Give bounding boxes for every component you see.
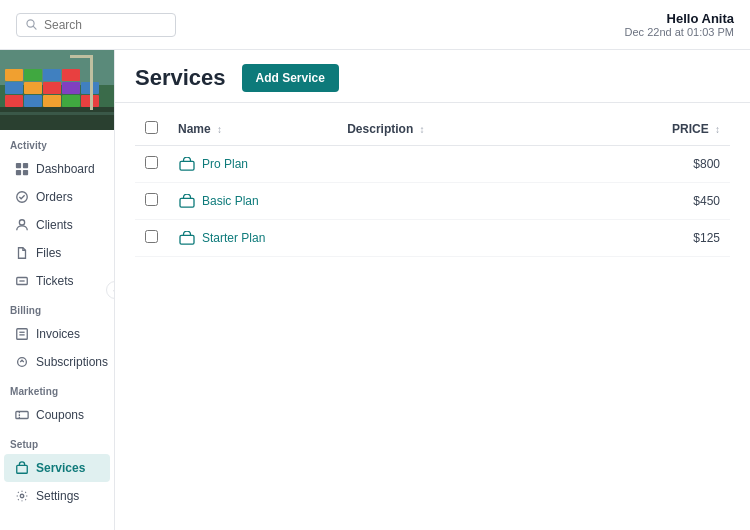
service-row-icon <box>178 231 196 245</box>
header-left <box>16 13 176 37</box>
search-box[interactable] <box>16 13 176 37</box>
row-description-cell <box>337 146 616 183</box>
sidebar-item-label-clients: Clients <box>36 218 73 232</box>
row-price-cell: $125 <box>616 220 730 257</box>
service-row-icon <box>178 157 196 171</box>
settings-icon <box>14 488 30 504</box>
svg-rect-15 <box>24 69 42 81</box>
svg-rect-21 <box>0 112 114 115</box>
row-checkbox-cell <box>135 183 168 220</box>
row-checkbox-2[interactable] <box>145 230 158 243</box>
table-row: Starter Plan $125 <box>135 220 730 257</box>
svg-rect-5 <box>24 95 42 107</box>
sidebar-item-settings[interactable]: Settings <box>4 482 110 510</box>
sidebar-item-label-coupons: Coupons <box>36 408 84 422</box>
svg-rect-40 <box>180 235 194 244</box>
row-name-cell: Pro Plan <box>168 146 337 183</box>
svg-rect-11 <box>43 82 61 94</box>
main-layout: ‹ Activity Dashboard Orders Clients <box>0 50 750 530</box>
row-price-cell: $800 <box>616 146 730 183</box>
sidebar-item-clients[interactable]: Clients <box>4 211 110 239</box>
tickets-icon <box>14 273 30 289</box>
table-row: Pro Plan $800 <box>135 146 730 183</box>
row-checkbox-1[interactable] <box>145 193 158 206</box>
user-name: Hello Anita <box>625 11 734 26</box>
sidebar-hero <box>0 50 114 130</box>
search-icon <box>25 18 38 31</box>
sidebar-section-marketing: Marketing Coupons <box>0 376 114 429</box>
svg-rect-12 <box>62 82 80 94</box>
header-right: Hello Anita Dec 22nd at 01:03 PM <box>625 11 734 38</box>
svg-rect-19 <box>90 55 93 110</box>
add-service-button[interactable]: Add Service <box>242 64 339 92</box>
row-description-cell <box>337 183 616 220</box>
row-name-cell: Starter Plan <box>168 220 337 257</box>
table-row: Basic Plan $450 <box>135 183 730 220</box>
column-header-description[interactable]: Description ↕ <box>337 113 616 146</box>
services-table: Name ↕ Description ↕ PRICE ↕ <box>135 113 730 257</box>
row-checkbox-0[interactable] <box>145 156 158 169</box>
row-price-cell: $450 <box>616 183 730 220</box>
sidebar-item-label-subscriptions: Subscriptions <box>36 355 108 369</box>
column-header-name[interactable]: Name ↕ <box>168 113 337 146</box>
sidebar-item-label-dashboard: Dashboard <box>36 162 95 176</box>
row-checkbox-cell <box>135 146 168 183</box>
services-table-container: Name ↕ Description ↕ PRICE ↕ <box>115 103 750 530</box>
content-header: Services Add Service <box>115 50 750 103</box>
sidebar-item-label-tickets: Tickets <box>36 274 74 288</box>
service-name-link-1[interactable]: Basic Plan <box>178 194 327 208</box>
sidebar-item-orders[interactable]: Orders <box>4 183 110 211</box>
svg-rect-6 <box>43 95 61 107</box>
svg-rect-9 <box>5 82 23 94</box>
svg-rect-16 <box>43 69 61 81</box>
sidebar-section-activity: Activity Dashboard Orders Clients <box>0 130 114 295</box>
sidebar-item-label-files: Files <box>36 246 61 260</box>
sidebar-item-files[interactable]: Files <box>4 239 110 267</box>
search-input[interactable] <box>44 18 164 32</box>
select-all-checkbox[interactable] <box>145 121 158 134</box>
svg-rect-14 <box>5 69 23 81</box>
svg-rect-7 <box>62 95 80 107</box>
sidebar-item-services[interactable]: Services <box>4 454 110 482</box>
svg-rect-39 <box>180 198 194 207</box>
svg-rect-25 <box>23 170 28 175</box>
sidebar-item-invoices[interactable]: Invoices <box>4 320 110 348</box>
page-title: Services <box>135 65 226 91</box>
user-date: Dec 22nd at 01:03 PM <box>625 26 734 38</box>
svg-rect-18 <box>0 107 114 130</box>
price-sort-icon: ↕ <box>715 124 720 135</box>
column-header-price[interactable]: PRICE ↕ <box>616 113 730 146</box>
sidebar-item-label-services: Services <box>36 461 85 475</box>
sidebar-item-dashboard[interactable]: Dashboard <box>4 155 110 183</box>
service-name-link-2[interactable]: Starter Plan <box>178 231 327 245</box>
section-label-billing: Billing <box>0 295 114 320</box>
svg-rect-24 <box>16 170 21 175</box>
invoices-icon <box>14 326 30 342</box>
hero-placeholder <box>0 50 114 130</box>
sidebar-item-label-invoices: Invoices <box>36 327 80 341</box>
subscriptions-icon <box>14 354 30 370</box>
app-header: Hello Anita Dec 22nd at 01:03 PM <box>0 0 750 50</box>
svg-rect-38 <box>180 161 194 170</box>
sidebar: ‹ Activity Dashboard Orders Clients <box>0 50 115 530</box>
files-icon <box>14 245 30 261</box>
sidebar-item-tickets[interactable]: Tickets <box>4 267 110 295</box>
sidebar-item-subscriptions[interactable]: Subscriptions <box>4 348 110 376</box>
services-icon <box>14 460 30 476</box>
main-content: Services Add Service Name ↕ Descri <box>115 50 750 530</box>
svg-rect-34 <box>16 412 28 419</box>
desc-sort-icon: ↕ <box>420 124 425 135</box>
svg-point-37 <box>20 494 24 498</box>
clients-icon <box>14 217 30 233</box>
svg-point-27 <box>19 220 24 225</box>
sidebar-section-setup: Setup Services Settings <box>0 429 114 510</box>
name-sort-icon: ↕ <box>217 124 222 135</box>
section-label-activity: Activity <box>0 130 114 155</box>
svg-rect-10 <box>24 82 42 94</box>
row-checkbox-cell <box>135 220 168 257</box>
sidebar-item-label-orders: Orders <box>36 190 73 204</box>
coupons-icon <box>14 407 30 423</box>
service-name-link-0[interactable]: Pro Plan <box>178 157 327 171</box>
sidebar-item-coupons[interactable]: Coupons <box>4 401 110 429</box>
svg-rect-23 <box>23 163 28 168</box>
